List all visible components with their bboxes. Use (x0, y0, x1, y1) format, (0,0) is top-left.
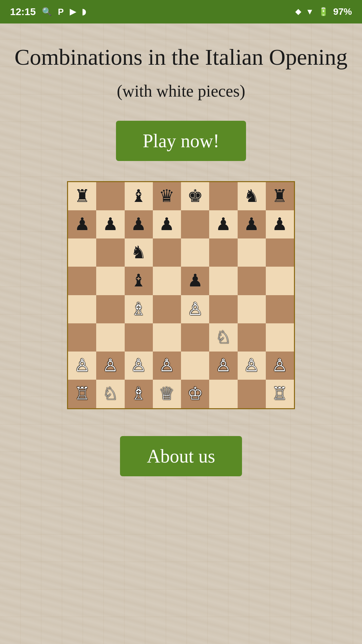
cell-1-5[interactable]: ♟ (209, 210, 237, 238)
piece-7-4: ♔ (187, 385, 203, 402)
cell-6-2[interactable]: ♙ (125, 352, 153, 380)
cell-3-5[interactable] (209, 267, 237, 295)
cell-4-6[interactable] (238, 295, 266, 323)
cell-7-0[interactable]: ♖ (68, 380, 96, 408)
cell-5-5[interactable]: ♘ (209, 323, 237, 352)
play-icon: ▶ (70, 7, 76, 16)
cell-6-4[interactable] (181, 352, 209, 380)
piece-7-0: ♖ (74, 385, 90, 402)
cell-3-7[interactable] (266, 267, 294, 295)
status-time: 12:15 (10, 6, 36, 17)
piece-7-7: ♖ (272, 385, 288, 402)
cell-2-3[interactable] (153, 238, 181, 267)
diamond-icon: ◆ (295, 7, 301, 16)
cell-5-2[interactable] (125, 323, 153, 352)
cell-0-0[interactable]: ♜ (68, 182, 96, 210)
cell-1-0[interactable]: ♟ (68, 210, 96, 238)
cell-1-3[interactable]: ♟ (153, 210, 181, 238)
cell-7-6[interactable] (238, 380, 266, 408)
piece-1-5: ♟ (216, 216, 231, 233)
cell-7-3[interactable]: ♕ (153, 380, 181, 408)
cell-4-7[interactable] (266, 295, 294, 323)
cell-3-6[interactable] (238, 267, 266, 295)
cell-3-0[interactable] (68, 267, 96, 295)
piece-0-4: ♚ (187, 187, 203, 205)
cell-2-5[interactable] (209, 238, 237, 267)
cell-6-0[interactable]: ♙ (68, 352, 96, 380)
cell-7-4[interactable]: ♔ (181, 380, 209, 408)
cell-0-7[interactable]: ♜ (266, 182, 294, 210)
cell-5-6[interactable] (238, 323, 266, 352)
piece-6-3: ♙ (159, 357, 175, 374)
cell-7-1[interactable]: ♘ (96, 380, 124, 408)
cell-3-3[interactable] (153, 267, 181, 295)
piece-1-3: ♟ (159, 216, 175, 233)
cell-7-2[interactable]: ♗ (125, 380, 153, 408)
piece-3-4: ♟ (187, 272, 203, 289)
status-left: 12:15 🔍 P ▶ ◗ (10, 6, 86, 17)
cell-2-7[interactable] (266, 238, 294, 267)
cell-6-1[interactable]: ♙ (96, 352, 124, 380)
piece-1-2: ♟ (131, 216, 146, 233)
piece-6-7: ♙ (272, 357, 288, 374)
cell-1-4[interactable] (181, 210, 209, 238)
piece-0-7: ♜ (272, 187, 288, 205)
cell-4-2[interactable]: ♗ (125, 295, 153, 323)
app-subtitle: (with white pieces) (117, 81, 245, 101)
piece-7-1: ♘ (103, 385, 118, 402)
cell-0-5[interactable] (209, 182, 237, 210)
cell-6-6[interactable]: ♙ (238, 352, 266, 380)
cell-2-2[interactable]: ♞ (125, 238, 153, 267)
piece-5-5: ♘ (216, 329, 231, 346)
cell-4-4[interactable]: ♙ (181, 295, 209, 323)
cell-0-2[interactable]: ♝ (125, 182, 153, 210)
cell-3-1[interactable] (96, 267, 124, 295)
cell-6-5[interactable]: ♙ (209, 352, 237, 380)
piece-1-6: ♟ (244, 216, 259, 233)
status-bar: 12:15 🔍 P ▶ ◗ ◆ ▼ 🔋 97% (0, 0, 362, 23)
cell-0-4[interactable]: ♚ (181, 182, 209, 210)
play-now-button[interactable]: Play now! (116, 121, 246, 161)
cell-1-2[interactable]: ♟ (125, 210, 153, 238)
cell-4-1[interactable] (96, 295, 124, 323)
piece-6-1: ♙ (103, 357, 118, 374)
cell-6-7[interactable]: ♙ (266, 352, 294, 380)
piece-1-0: ♟ (74, 216, 90, 233)
cell-3-4[interactable]: ♟ (181, 267, 209, 295)
cell-7-5[interactable] (209, 380, 237, 408)
piece-4-2: ♗ (131, 301, 146, 318)
cell-4-5[interactable] (209, 295, 237, 323)
cell-5-4[interactable] (181, 323, 209, 352)
piece-0-3: ♛ (159, 187, 175, 205)
cell-7-7[interactable]: ♖ (266, 380, 294, 408)
cell-4-3[interactable] (153, 295, 181, 323)
cell-5-1[interactable] (96, 323, 124, 352)
cell-0-6[interactable]: ♞ (238, 182, 266, 210)
piece-1-1: ♟ (103, 216, 118, 233)
cell-2-4[interactable] (181, 238, 209, 267)
piece-4-4: ♙ (187, 301, 203, 318)
cell-1-6[interactable]: ♟ (238, 210, 266, 238)
cell-0-3[interactable]: ♛ (153, 182, 181, 210)
piece-3-2: ♝ (131, 272, 146, 289)
piece-7-3: ♕ (159, 385, 175, 402)
wifi-icon: ▼ (306, 7, 314, 16)
cell-5-3[interactable] (153, 323, 181, 352)
cell-3-2[interactable]: ♝ (125, 267, 153, 295)
cell-2-1[interactable] (96, 238, 124, 267)
cell-6-3[interactable]: ♙ (153, 352, 181, 380)
about-us-button[interactable]: About us (120, 436, 242, 476)
piece-0-2: ♝ (131, 187, 146, 205)
cell-1-1[interactable]: ♟ (96, 210, 124, 238)
cell-1-7[interactable]: ♟ (266, 210, 294, 238)
chess-board: ♜♝♛♚♞♜♟♟♟♟♟♟♟♞♝♟♗♙♘♙♙♙♙♙♙♙♖♘♗♕♔♖ (68, 182, 294, 408)
search-icon: 🔍 (42, 7, 52, 16)
cell-2-6[interactable] (238, 238, 266, 267)
cell-4-0[interactable] (68, 295, 96, 323)
cell-0-1[interactable] (96, 182, 124, 210)
cell-5-7[interactable] (266, 323, 294, 352)
cell-2-0[interactable] (68, 238, 96, 267)
moon-icon: ◗ (82, 7, 86, 16)
cell-5-0[interactable] (68, 323, 96, 352)
piece-6-6: ♙ (244, 357, 259, 374)
